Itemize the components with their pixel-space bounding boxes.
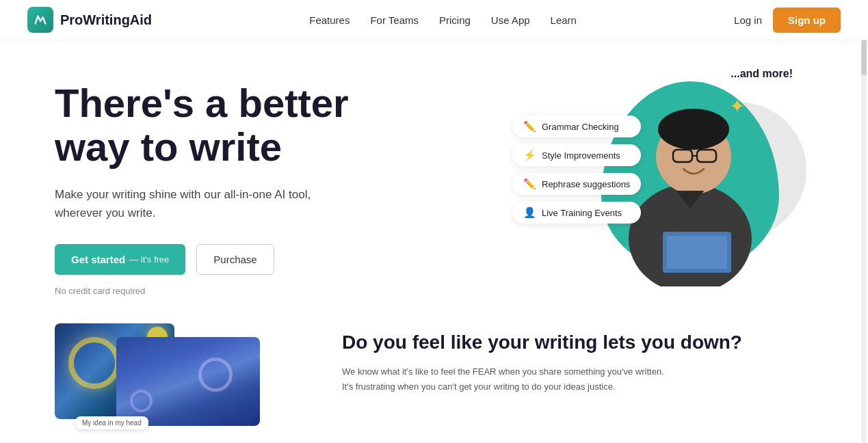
nav-learn[interactable]: Learn	[551, 14, 577, 26]
more-label: ...and more!	[731, 68, 793, 80]
logo-svg	[33, 12, 48, 27]
nav-links: Features For Teams Pricing Use App Learn	[309, 14, 577, 26]
second-title-prefix: Do you feel like your writing lets you d…	[342, 332, 742, 353]
nav-features[interactable]: Features	[309, 14, 350, 26]
second-section: My idea in my head Do you feel like your…	[0, 323, 868, 429]
hero-title-line1: There's a better	[55, 81, 349, 125]
feature-pills: ✏️ Grammar Checking ⚡ Style Improvements…	[512, 116, 641, 224]
hero-title-line2: way to write	[55, 124, 282, 169]
hero-buttons: Get started — it's free Purchase	[55, 244, 438, 275]
pill-style: ⚡ Style Improvements	[512, 144, 641, 166]
nav-pricing[interactable]: Pricing	[439, 14, 471, 26]
free-label: — it's free	[129, 254, 169, 265]
nav-for-teams[interactable]: For Teams	[370, 14, 419, 26]
logo-icon	[27, 7, 53, 33]
svg-point-5	[658, 109, 729, 150]
sparkle-icon: ✦	[729, 95, 745, 118]
style-icon: ⚡	[523, 149, 536, 161]
painting-card-2	[116, 337, 260, 426]
login-button[interactable]: Log in	[734, 14, 762, 26]
hero-subtitle: Make your writing shine with our all-in-…	[55, 185, 328, 222]
hero-visual: ...and more! ✦ ✏️ Grammar Checking ⚡ Sty…	[438, 61, 841, 293]
second-body: We know what it's like to feel the FEAR …	[342, 364, 670, 394]
pill-training-label: Live Training Events	[542, 208, 622, 218]
idea-bubble: My idea in my head	[75, 416, 148, 429]
grammar-icon: ✏️	[523, 120, 536, 133]
rephrase-icon: ✏️	[523, 178, 536, 190]
pill-training: 👤 Live Training Events	[512, 202, 641, 224]
nav-use-app[interactable]: Use App	[491, 14, 530, 26]
main-nav: ProWritingAid Features For Teams Pricing…	[0, 0, 868, 40]
scrollbar[interactable]	[861, 0, 867, 443]
get-started-label: Get started	[71, 254, 125, 265]
second-image: My idea in my head	[55, 323, 287, 429]
no-credit-text: No credit card required	[55, 286, 438, 296]
purchase-button[interactable]: Purchase	[196, 244, 274, 275]
logo-text: ProWritingAid	[60, 12, 152, 28]
hero-section: There's a better way to write Make your …	[0, 40, 868, 310]
person-container: ...and more! ✦ ✏️ Grammar Checking ⚡ Sty…	[581, 61, 800, 286]
get-started-button[interactable]: Get started — it's free	[55, 244, 185, 275]
training-icon: 👤	[523, 206, 536, 219]
pill-rephrase: ✏️ Rephrase suggestions	[512, 173, 641, 195]
pill-style-label: Style Improvements	[542, 150, 620, 161]
hero-title: There's a better way to write	[55, 81, 438, 169]
pill-rephrase-label: Rephrase suggestions	[542, 179, 630, 189]
hero-content: There's a better way to write Make your …	[55, 68, 438, 296]
second-content: Do you feel like your writing lets you d…	[342, 323, 813, 395]
signup-button[interactable]: Sign up	[773, 8, 841, 33]
pill-grammar: ✏️ Grammar Checking	[512, 116, 641, 137]
svg-rect-7	[667, 236, 727, 269]
pill-grammar-label: Grammar Checking	[542, 122, 619, 132]
second-title: Do you feel like your writing lets you d…	[342, 330, 813, 355]
nav-actions: Log in Sign up	[734, 8, 841, 33]
second-title-highlight: writing lets you down?	[535, 332, 742, 353]
logo[interactable]: ProWritingAid	[27, 7, 152, 33]
